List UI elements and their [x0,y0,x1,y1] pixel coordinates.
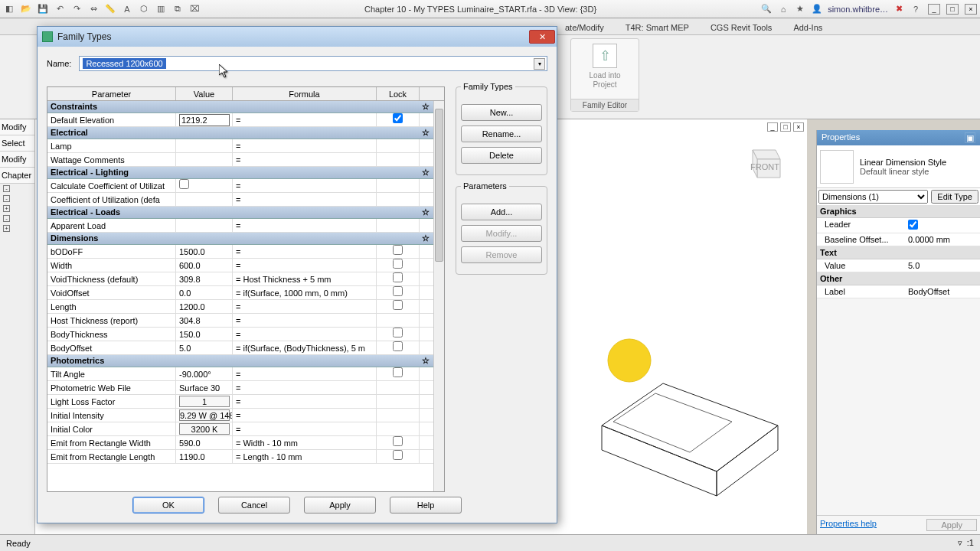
grid-scrollbar[interactable] [433,101,444,491]
param-formula[interactable]: = [233,113,377,127]
param-formula[interactable]: = [233,259,377,272]
open-icon[interactable]: 📂 [20,3,32,15]
props-group-header[interactable]: Other [817,272,980,285]
search-icon[interactable]: 🔍 [760,3,773,15]
props-row[interactable]: Value5.0 [817,259,980,272]
edit-type-button[interactable]: Edit Type [931,190,978,204]
param-value[interactable]: 600.0 [176,259,233,272]
header-parameter[interactable]: Parameter [47,87,176,100]
parameter-row[interactable]: Calculate Coefficient of Utilizat= [47,179,433,193]
three-d-icon[interactable]: ⬡ [138,3,150,15]
dialog-close-button[interactable]: ✕ [529,30,555,44]
param-value[interactable] [176,113,233,127]
param-value[interactable] [176,219,233,233]
param-value[interactable]: 5.0 [176,341,233,355]
parameter-row[interactable]: Host Thickness (report)304.8= [47,314,433,328]
exchange-icon[interactable]: ✖ [893,3,905,15]
add-parameter-button[interactable]: Add... [461,204,542,220]
param-value[interactable]: 304.8 [176,314,233,328]
parameter-row[interactable]: Lamp= [47,139,433,153]
tab-t4r[interactable]: T4R: Smart MEP [619,21,695,34]
lock-checkbox[interactable] [393,245,403,255]
param-formula[interactable]: = Host Thickness + 5 mm [233,272,377,286]
param-formula[interactable]: = [233,381,377,395]
section-icon[interactable]: ▥ [155,3,167,15]
properties-apply-button[interactable]: Apply [926,519,977,531]
parameter-row[interactable]: Emit from Rectangle Length1190.0= Length… [47,450,433,464]
tab-cgs[interactable]: CGS Revit Tools [704,21,779,34]
load-into-project-icon[interactable]: ⇧ [593,44,617,68]
group-header[interactable]: Dimensions☆ [47,233,433,245]
header-formula[interactable]: Formula [233,87,377,100]
param-value[interactable]: 1200.0 [176,300,233,314]
lock-checkbox[interactable] [393,113,403,123]
parameter-row[interactable]: Photometric Web FileSurface 30= [47,381,433,395]
props-row[interactable]: Baseline Offset...0.0000 mm [817,233,980,246]
user-icon[interactable]: 👤 [811,3,823,15]
minimize-button[interactable]: _ [928,4,940,15]
tree-node[interactable]: + [0,204,34,214]
param-formula[interactable]: = [233,139,377,153]
view-cube[interactable]: FRONT [742,142,784,184]
param-value[interactable]: 1500.0 [176,245,233,259]
param-formula[interactable]: = [233,153,377,167]
app-menu-icon[interactable]: ◧ [3,3,15,15]
props-group-header[interactable]: Graphics [817,205,980,218]
parameter-row[interactable]: bODoFF1500.0= [47,245,433,259]
group-header[interactable]: Constraints☆ [47,101,433,113]
param-formula[interactable]: = Length - 10 mm [233,450,377,464]
value-checkbox[interactable] [179,179,189,189]
text-icon[interactable]: A [121,3,133,15]
parameter-row[interactable]: Width600.0= [47,259,433,272]
props-group-header[interactable]: Text [817,246,980,259]
param-value[interactable]: -90.000° [176,367,233,381]
props-value[interactable]: 0.0000 mm [908,235,977,244]
parameter-row[interactable]: Emit from Rectangle Width590.0= Width - … [47,436,433,450]
value-input[interactable] [179,114,230,126]
props-value[interactable]: BodyOffset [908,287,977,296]
align-icon[interactable]: ⇔ [87,3,100,15]
dropdown-arrow-icon[interactable]: ▾ [534,58,545,70]
help-icon[interactable]: ? [910,3,922,15]
parameter-row[interactable]: BodyThickness150.0= [47,328,433,341]
parameter-row[interactable]: Coefficient of Utilization (defa= [47,193,433,207]
props-row[interactable]: LabelBodyOffset [817,285,980,298]
param-value[interactable]: 590.0 [176,436,233,450]
value-button[interactable]: 9.29 W @ 148 [179,409,230,421]
param-formula[interactable]: = [233,367,377,381]
param-formula[interactable]: = [233,395,377,409]
parameters-grid[interactable]: Parameter Value Formula Lock Constraints… [47,86,445,492]
param-formula[interactable]: = [233,193,377,207]
parameter-row[interactable]: Apparent Load= [47,219,433,233]
remove-parameter-button[interactable]: Remove [461,246,542,263]
cancel-button[interactable]: Cancel [218,497,290,514]
properties-help-link[interactable]: Properties help [820,519,877,531]
properties-close-icon[interactable]: ▣ [965,132,975,143]
close-hidden-icon[interactable]: ⌧ [188,3,201,15]
param-value[interactable] [176,139,233,153]
param-value[interactable]: 1190.0 [176,450,233,464]
param-value[interactable]: 309.8 [176,272,233,286]
modify-tool[interactable]: Modify [0,119,34,135]
user-name[interactable]: simon.whitbre… [828,5,888,14]
param-formula[interactable]: = [233,422,377,436]
param-value[interactable]: Surface 30 [176,381,233,395]
lock-checkbox[interactable] [393,367,403,377]
value-button[interactable]: 3200 K [179,423,230,435]
maximize-button[interactable]: □ [946,4,959,15]
parameter-row[interactable]: Initial Color3200 K= [47,422,433,436]
lock-checkbox[interactable] [393,286,403,296]
new-type-button[interactable]: New... [461,104,542,121]
tree-node[interactable]: - [0,184,34,194]
close-button[interactable]: × [965,4,977,15]
save-icon[interactable]: 💾 [37,3,49,15]
param-value[interactable] [176,193,233,207]
lock-checkbox[interactable] [393,272,403,282]
param-formula[interactable]: = Width - 10 mm [233,436,377,450]
param-formula[interactable]: = [233,328,377,341]
measure-icon[interactable]: 📏 [104,3,116,15]
tree-node[interactable]: + [0,223,34,233]
view-close-icon[interactable]: × [793,122,804,132]
dialog-titlebar[interactable]: Family Types ✕ [38,27,557,47]
lock-checkbox[interactable] [393,328,403,337]
